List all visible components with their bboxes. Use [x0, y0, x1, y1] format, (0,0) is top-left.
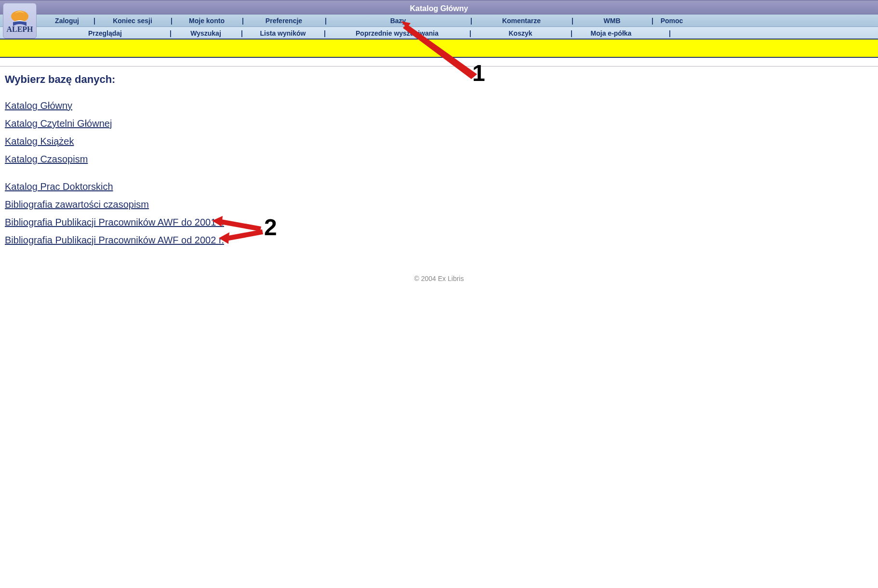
nav-preferences[interactable]: Preferencje	[243, 14, 325, 27]
nav-help[interactable]: Pomoc	[652, 14, 691, 27]
nav-row-top: Zaloguj | Koniec sesji | Moje konto | Pr…	[0, 14, 878, 27]
db-link-katalog-czasopism[interactable]: Katalog Czasopism	[5, 154, 88, 165]
page-title: Katalog Główny	[410, 4, 468, 13]
db-link-katalog-glowny[interactable]: Katalog Główny	[5, 100, 72, 111]
nav-login[interactable]: Zaloguj	[40, 14, 93, 27]
nav-my-eshelf[interactable]: Moja e-półka	[572, 27, 651, 39]
nav-end-session[interactable]: Koniec sesji	[94, 14, 171, 27]
aleph-logo-icon: ALEPH	[5, 6, 35, 36]
nav-browse[interactable]: Przeglądaj	[40, 27, 170, 39]
choose-db-heading: Wybierz bazę danych:	[5, 73, 873, 86]
db-link-bibliografia-od-2002[interactable]: Bibliografia Publikacji Pracowników AWF …	[5, 235, 224, 246]
title-bar: Katalog Główny	[0, 3, 878, 14]
nav-results-list[interactable]: Lista wyników	[242, 27, 324, 39]
aleph-logo[interactable]: ALEPH	[3, 3, 37, 39]
db-link-katalog-czytelni[interactable]: Katalog Czytelni Głównej	[5, 118, 112, 129]
main-content: Wybierz bazę danych: Katalog Główny Kata…	[0, 67, 878, 289]
footer-copyright: © 2004 Ex Libris	[5, 275, 873, 282]
db-link-bibliografia-do-2001[interactable]: Bibliografia Publikacji Pracowników AWF …	[5, 217, 224, 228]
db-link-katalog-ksiazek[interactable]: Katalog Książek	[5, 136, 74, 147]
yellow-message-band	[0, 40, 878, 58]
db-link-prac-doktorskich[interactable]: Katalog Prac Doktorskich	[5, 181, 113, 192]
nav-container: ALEPH Zaloguj | Koniec sesji | Moje kont…	[0, 14, 878, 40]
nav-comments[interactable]: Komentarze	[471, 14, 572, 27]
nav-databases[interactable]: Bazy	[326, 14, 470, 27]
database-list: Katalog Główny Katalog Czytelni Głównej …	[5, 100, 873, 246]
nav-separator: |	[651, 27, 689, 39]
svg-text:ALEPH: ALEPH	[6, 25, 33, 33]
separator-band	[0, 58, 878, 67]
nav-my-account[interactable]: Moje konto	[172, 14, 242, 27]
nav-basket[interactable]: Koszyk	[470, 27, 571, 39]
nav-wmb[interactable]: WMB	[572, 14, 652, 27]
nav-row-bottom: Przeglądaj | Wyszukaj | Lista wyników | …	[0, 27, 878, 40]
nav-previous-searches[interactable]: Poprzednie wyszukiwania	[325, 27, 469, 39]
db-link-bibliografia-zawartosci[interactable]: Bibliografia zawartości czasopism	[5, 199, 149, 210]
nav-search[interactable]: Wyszukaj	[171, 27, 241, 39]
